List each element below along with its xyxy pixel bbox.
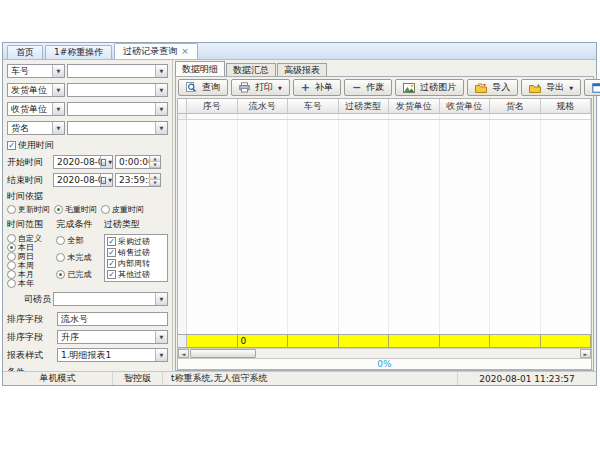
column-header[interactable]: 流水号 bbox=[238, 99, 289, 113]
main-tab-bar: 首页 1#称重操作 过磅记录查询 × bbox=[3, 43, 596, 60]
app-window: 首页 1#称重操作 过磅记录查询 × 车号▼ ▼ 发货单位▼ ▼ 收货单位▼ ▼… bbox=[2, 42, 597, 386]
scroll-left-icon[interactable]: ◄ bbox=[178, 349, 189, 358]
checkbox-purchase-weigh[interactable]: ✓采购过磅 bbox=[107, 237, 165, 246]
report-style-label: 报表样式 bbox=[7, 349, 55, 362]
row-indicator-cell bbox=[178, 114, 187, 119]
radio-this-year[interactable]: 本年 bbox=[7, 279, 53, 288]
tab-weigh-operation-label: 1#称重操作 bbox=[54, 46, 103, 59]
tab-weigh-record-query[interactable]: 过磅记录查询 × bbox=[114, 43, 198, 59]
void-button[interactable]: − 作废 bbox=[344, 79, 392, 96]
progress-value: 0% bbox=[377, 359, 391, 369]
image-icon bbox=[403, 83, 415, 93]
sort-field-label: 排序字段 bbox=[7, 313, 55, 326]
start-time-input[interactable]: 0:00:00▲▼ bbox=[115, 155, 161, 169]
weigh-type-box: ✓采购过磅 ✓销售过磅 ✓内部周转 ✓其他过磅 bbox=[104, 234, 168, 282]
filter-field-select-4[interactable]: 货名▼ bbox=[7, 121, 65, 135]
filter-value-combo-3[interactable]: ▼ bbox=[67, 102, 168, 116]
row-indicator-header bbox=[178, 99, 187, 113]
radio-custom-range[interactable]: 自定义 bbox=[7, 234, 53, 243]
column-header[interactable]: 收货单位 bbox=[440, 99, 491, 113]
radio-this-month[interactable]: 本月 bbox=[7, 270, 53, 279]
tab-advanced-report[interactable]: 高级报表 bbox=[277, 63, 327, 76]
end-time-label: 结束时间 bbox=[7, 174, 51, 187]
column-header[interactable]: 车号 bbox=[288, 99, 339, 113]
plus-icon: + bbox=[301, 83, 310, 93]
spinner-icon[interactable]: ▲▼ bbox=[149, 156, 160, 168]
summary-row: 0 bbox=[178, 334, 591, 348]
calendar-icon bbox=[101, 159, 106, 166]
column-header[interactable]: 货名 bbox=[490, 99, 541, 113]
column-header[interactable]: 序号 bbox=[187, 99, 238, 113]
end-time-input[interactable]: 23:59:59▲▼ bbox=[115, 173, 161, 187]
filter-field-select-2[interactable]: 发货单位▼ bbox=[7, 83, 65, 97]
filter-field-select-1[interactable]: 车号▼ bbox=[7, 64, 65, 78]
export-icon bbox=[529, 83, 541, 93]
scrollbar-track[interactable] bbox=[256, 349, 580, 358]
tab-weigh-record-query-label: 过磅记录查询 bbox=[123, 45, 177, 58]
chevron-down-icon: ▼ bbox=[155, 293, 167, 305]
column-header[interactable]: 规格 bbox=[541, 99, 592, 113]
sort-order-label: 排序字段 bbox=[7, 331, 55, 344]
radio-unfinished[interactable]: 未完成 bbox=[56, 253, 101, 262]
chevron-down-icon: ▼ bbox=[52, 103, 64, 115]
filter-value-combo-1[interactable]: ▼ bbox=[67, 64, 168, 78]
report-style-combo[interactable]: 1.明细报表1▼ bbox=[57, 348, 168, 362]
weigh-type-label: 过磅类型 bbox=[104, 218, 168, 231]
status-edition: 智控版 bbox=[113, 372, 163, 385]
search-icon bbox=[186, 82, 197, 93]
summary-cell: 0 bbox=[238, 335, 289, 347]
scroll-right-icon[interactable]: ► bbox=[580, 349, 591, 358]
radio-today[interactable]: 本日 bbox=[7, 243, 53, 252]
radio-tare-time[interactable]: 皮重时间 bbox=[101, 205, 144, 214]
records-grid: 序号 流水号 车号 过磅类型 发货单位 收货单位 货名 规格 bbox=[177, 98, 592, 370]
radio-two-days[interactable]: 两日 bbox=[7, 252, 53, 261]
export-button[interactable]: 导出 ▼ bbox=[521, 79, 581, 96]
filter-value-combo-2[interactable]: ▼ bbox=[67, 83, 168, 97]
radio-update-time[interactable]: 更新时间 bbox=[7, 205, 50, 214]
chevron-down-icon: ▼ bbox=[108, 159, 112, 165]
spinner-icon[interactable]: ▲▼ bbox=[149, 174, 160, 186]
radio-gross-time[interactable]: 毛重时间 bbox=[54, 205, 97, 214]
use-time-checkbox[interactable]: ✓ bbox=[7, 141, 16, 150]
status-datetime: 2020-08-01 11:23:57 bbox=[458, 372, 596, 385]
print-button[interactable]: 打印 ▼ bbox=[231, 79, 290, 96]
tab-home[interactable]: 首页 bbox=[7, 45, 43, 59]
sort-order-combo[interactable]: 升序▼ bbox=[57, 330, 168, 344]
summary-cell bbox=[389, 335, 440, 347]
weigh-photos-button[interactable]: 过磅图片 bbox=[395, 79, 464, 96]
sort-field-input[interactable]: 流水号 bbox=[57, 312, 168, 326]
checkbox-sale-weigh[interactable]: ✓销售过磅 bbox=[107, 248, 165, 257]
tab-weigh-operation[interactable]: 1#称重操作 bbox=[45, 45, 112, 59]
horizontal-scrollbar[interactable]: ◄ ► bbox=[178, 348, 591, 358]
use-time-label: 使用时间 bbox=[18, 139, 54, 152]
column-header[interactable]: 过磅类型 bbox=[339, 99, 390, 113]
supplement-order-button[interactable]: + 补单 bbox=[293, 79, 341, 96]
query-filter-panel: 车号▼ ▼ 发货单位▼ ▼ 收货单位▼ ▼ 货名▼ ▼ ✓ 使用时间 开始时间 bbox=[3, 60, 173, 371]
tab-data-detail[interactable]: 数据明细 bbox=[175, 61, 225, 76]
time-basis-label: 时间依据 bbox=[7, 190, 43, 203]
radio-all[interactable]: 全部 bbox=[56, 236, 101, 245]
summary-cell bbox=[440, 335, 491, 347]
checkbox-internal-transfer[interactable]: ✓内部周转 bbox=[107, 259, 165, 268]
scrollbar-thumb[interactable] bbox=[190, 349, 256, 358]
import-icon bbox=[475, 83, 487, 93]
column-header[interactable]: 发货单位 bbox=[389, 99, 440, 113]
progress-bar: 0% bbox=[178, 358, 591, 369]
start-date-picker[interactable]: 2020-08-01▼ bbox=[53, 155, 113, 169]
settings-button[interactable]: 设置 bbox=[584, 79, 600, 96]
filter-field-select-3[interactable]: 收货单位▼ bbox=[7, 102, 65, 116]
weigher-combo[interactable]: ▼ bbox=[53, 292, 168, 306]
toolbar: 查询 打印 ▼ + 补单 − 作废 bbox=[176, 77, 593, 98]
chevron-down-icon: ▼ bbox=[155, 65, 167, 77]
time-range-label: 时间范围 bbox=[7, 218, 53, 231]
filter-value-combo-4[interactable]: ▼ bbox=[67, 121, 168, 135]
radio-finished[interactable]: 已完成 bbox=[56, 270, 101, 279]
query-button[interactable]: 查询 bbox=[178, 79, 228, 96]
end-date-picker[interactable]: 2020-08-01▼ bbox=[53, 173, 113, 187]
checkbox-other-weigh[interactable]: ✓其他过磅 bbox=[107, 270, 165, 279]
close-tab-icon[interactable]: × bbox=[181, 47, 189, 56]
radio-this-week[interactable]: 本周 bbox=[7, 261, 53, 270]
import-button[interactable]: 导入 bbox=[467, 79, 518, 96]
tab-data-summary[interactable]: 数据汇总 bbox=[226, 63, 276, 76]
data-tab-bar: 数据明细 数据汇总 高级报表 bbox=[175, 61, 594, 76]
